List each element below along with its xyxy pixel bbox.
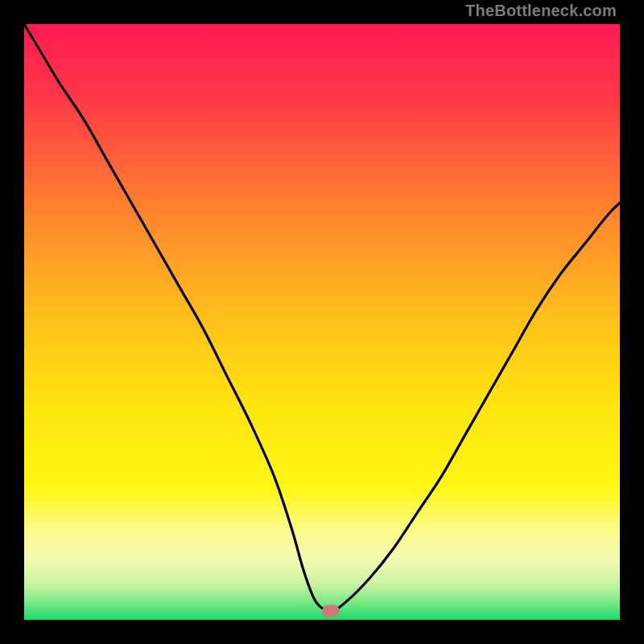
- plot-area: [24, 24, 620, 620]
- watermark-text: TheBottleneck.com: [465, 2, 617, 20]
- bottleneck-curve: [24, 24, 620, 620]
- chart-frame: TheBottleneck.com: [0, 0, 644, 644]
- optimum-marker: [322, 605, 340, 617]
